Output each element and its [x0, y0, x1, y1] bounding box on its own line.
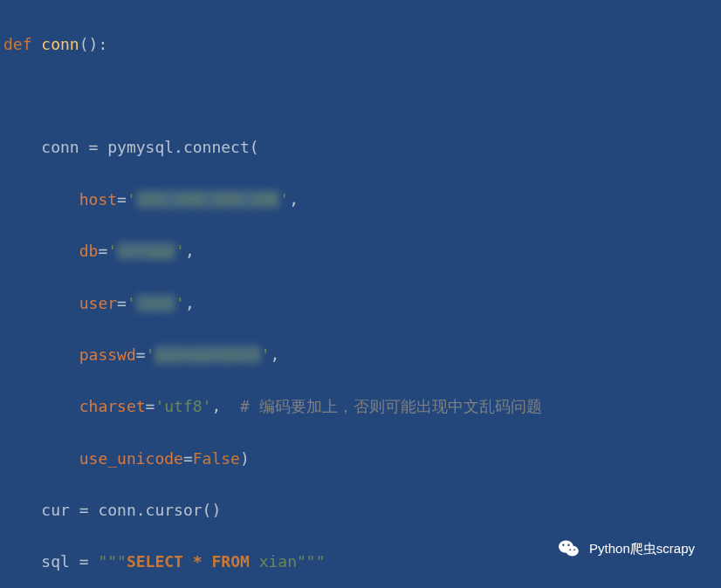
pymysql: pymysql — [107, 138, 174, 156]
var-cur: cur — [41, 501, 70, 519]
eq: = — [136, 345, 146, 364]
keyword-def: def — [3, 35, 41, 53]
eq: = — [70, 552, 99, 571]
sql-select: SELECT — [127, 552, 183, 571]
eq: = — [183, 449, 193, 468]
comma: , — [185, 242, 195, 260]
comma: , — [289, 190, 299, 209]
comment-encoding: # 编码要加上，否则可能出现中文乱码问题 — [221, 397, 541, 415]
comma: , — [185, 294, 195, 312]
function-name: conn — [41, 35, 79, 53]
param-host: host — [79, 190, 117, 209]
comma: , — [270, 345, 279, 364]
param-passwd: passwd — [79, 345, 136, 364]
sql-from: FROM — [211, 552, 249, 571]
connect: .connect( — [174, 138, 259, 156]
paren: (): — [79, 35, 108, 53]
eq: = — [117, 190, 127, 209]
svg-point-1 — [566, 545, 579, 556]
svg-point-5 — [573, 549, 575, 550]
q: ' — [175, 242, 185, 260]
wechat-icon — [556, 536, 582, 562]
q: ' — [261, 345, 271, 364]
eq: = — [79, 138, 108, 156]
watermark-text: Python爬虫scrapy — [589, 538, 695, 560]
close-paren: ) — [240, 449, 250, 468]
eq: = — [98, 242, 107, 260]
code-editor[interactable]: def conn(): conn = pymysql.connect( host… — [3, 5, 721, 588]
svg-point-4 — [569, 549, 571, 550]
comma: , — [211, 397, 221, 415]
sql-star: * — [193, 552, 203, 571]
q: ' — [175, 294, 185, 312]
q: ' — [279, 190, 289, 209]
db-value-redacted: scrapy — [117, 242, 175, 260]
watermark: Python爬虫scrapy — [556, 536, 695, 562]
passwd-value-redacted: password123 — [154, 345, 260, 364]
host-value-redacted: 192.168.100.100 — [136, 190, 280, 209]
sql-table: xian — [250, 552, 297, 571]
user-value-redacted: root — [136, 294, 175, 312]
triple-quote: """ — [297, 552, 326, 571]
sp — [203, 552, 212, 571]
q: ' — [127, 294, 136, 312]
q: ' — [127, 190, 136, 209]
keyword-false: False — [193, 449, 240, 468]
sp — [183, 552, 193, 571]
charset-value: 'utf8' — [154, 397, 211, 415]
param-use-unicode: use_unicode — [79, 449, 183, 468]
param-user: user — [79, 294, 117, 312]
var-conn: conn — [41, 138, 79, 156]
eq: = — [146, 397, 155, 415]
var-sql: sql — [41, 552, 70, 571]
param-db: db — [79, 242, 99, 260]
cursor-call: = conn.cursor() — [70, 501, 221, 519]
param-charset: charset — [79, 397, 146, 415]
svg-point-2 — [562, 544, 564, 546]
svg-point-3 — [567, 544, 569, 546]
triple-quote: """ — [98, 552, 127, 571]
eq: = — [117, 294, 127, 312]
q: ' — [146, 345, 155, 364]
q: ' — [107, 242, 117, 260]
